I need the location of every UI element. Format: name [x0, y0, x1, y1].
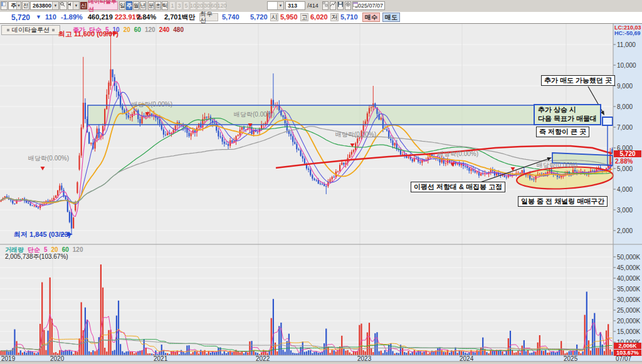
trendline-tool-icon[interactable] — [330, 1, 336, 10]
svg-text:10,000: 10,000 — [617, 62, 636, 69]
minute-5-button[interactable]: 5 — [183, 1, 189, 10]
svg-text:11,000: 11,000 — [617, 41, 636, 48]
minute-20-button[interactable]: 20 — [197, 1, 203, 10]
svg-text:8,000: 8,000 — [617, 103, 633, 110]
svg-text:10,000K: 10,000K — [617, 339, 641, 346]
date-axis-strip — [0, 355, 642, 361]
svg-text:35,000K: 35,000K — [617, 286, 641, 293]
chart-canvas[interactable]: 11,00010,0009,0008,0007,0006,0005,0004,0… — [0, 0, 642, 364]
high-label: 고 — [300, 13, 308, 21]
best-quote-label: 최우선 — [199, 13, 218, 21]
price-change: 110 — [45, 13, 56, 21]
svg-text:2,000: 2,000 — [617, 227, 633, 234]
jeon-button[interactable]: 전 — [22, 1, 29, 10]
main-toolbar: 주▼ 전 263800▼ ▼ 신 데이타솔루션 일 주 월 년 분 초 틱 1 … — [0, 0, 642, 13]
period-tick-button[interactable]: 틱 — [162, 1, 168, 10]
candle-count-input[interactable]: 313 — [285, 1, 305, 10]
period-week-button[interactable]: 주 — [126, 1, 132, 10]
chart-type-combo[interactable]: 주▼ — [8, 1, 21, 10]
gear-icon[interactable] — [345, 1, 351, 10]
stock-chart-window: 주▼ 전 263800▼ ▼ 신 데이타솔루션 일 주 월 년 분 초 틱 1 … — [0, 0, 642, 364]
svg-text:5,000: 5,000 — [617, 165, 633, 172]
high-price: 6,020 — [310, 13, 328, 21]
svg-text:07/07: 07/07 — [616, 355, 631, 362]
minute-120-button[interactable]: 120 — [218, 1, 226, 10]
svg-text:6,000: 6,000 — [617, 145, 633, 152]
svg-text:30,000K: 30,000K — [617, 296, 641, 303]
svg-text:3,000: 3,000 — [617, 207, 633, 214]
quote-bar: 5,720 ▼ 110 -1.89% 460,219 223.91% 2.84%… — [0, 12, 642, 24]
date-input[interactable]: 2025/07/07 — [352, 1, 385, 10]
bottom-strip — [0, 361, 642, 364]
target-price-square — [603, 117, 613, 125]
svg-text:2023: 2023 — [357, 355, 372, 362]
preset-combo[interactable]: ▼ — [267, 1, 284, 10]
minute-3-button[interactable]: 3 — [176, 1, 182, 10]
down-arrow-icon: ▼ — [36, 13, 41, 21]
svg-text:40,000K: 40,000K — [617, 275, 641, 282]
search-icon[interactable] — [60, 1, 67, 10]
open-price: 5,950 — [280, 13, 298, 21]
svg-text:45,000K: 45,000K — [617, 264, 641, 271]
new-badge: 신 — [80, 2, 87, 9]
buy-button[interactable]: 매수 — [362, 13, 380, 22]
supply-band-zone — [88, 105, 601, 125]
sound-alert-icon[interactable]: ▼ — [68, 1, 80, 10]
best-ask: 5,740 — [222, 13, 239, 21]
candle-total-label: /414 — [306, 1, 320, 10]
chevron-down-icon: ▼ — [52, 2, 58, 9]
turnover-rate: 2.84% — [137, 13, 156, 21]
save-icon[interactable] — [337, 1, 344, 10]
svg-text:9,000: 9,000 — [617, 83, 633, 90]
minute-1-button[interactable]: 1 — [169, 1, 176, 10]
trade-amount: 2,701백만 — [164, 13, 196, 21]
svg-text:2021: 2021 — [154, 355, 168, 362]
stock-code-input[interactable]: 263800▼ — [30, 1, 59, 10]
compare-chart-icon[interactable] — [322, 1, 329, 10]
svg-text:2019: 2019 — [1, 355, 16, 362]
chevron-down-icon: ▼ — [16, 2, 21, 9]
svg-text:2020: 2020 — [50, 355, 65, 362]
svg-text:2024: 2024 — [460, 355, 474, 362]
svg-text:2022: 2022 — [256, 355, 270, 362]
price-change-pct: -1.89% — [61, 13, 83, 21]
stock-name: 데이타솔루션 — [88, 1, 118, 10]
low-price: 5,710 — [340, 13, 358, 21]
period-year-button[interactable]: 년 — [140, 1, 146, 10]
svg-text:50,000K: 50,000K — [617, 254, 641, 261]
volume-today: 460,219 — [88, 13, 113, 21]
low-label: 저 — [330, 13, 339, 21]
svg-text:7,000: 7,000 — [617, 124, 633, 131]
svg-text:20,000K: 20,000K — [617, 318, 641, 325]
sell-button[interactable]: 매도 — [382, 13, 400, 22]
svg-text:4,000: 4,000 — [617, 186, 633, 193]
chevron-down-icon: ▼ — [277, 2, 283, 9]
svg-text:15,000K: 15,000K — [617, 328, 641, 335]
svg-text:2025: 2025 — [564, 355, 578, 362]
period-minute-button[interactable]: 분 — [148, 1, 154, 10]
period-second-button[interactable]: 초 — [155, 1, 161, 10]
period-month-button[interactable]: 월 — [133, 1, 139, 10]
period-day-button[interactable]: 일 — [119, 1, 125, 10]
svg-text:25,000K: 25,000K — [617, 307, 641, 314]
window-menu-icon[interactable] — [1, 1, 8, 10]
open-label: 시 — [270, 13, 278, 21]
minute-10-button[interactable]: 10 — [190, 1, 196, 10]
minute-30-button[interactable]: 30 — [204, 1, 210, 10]
best-bid: 5,720 — [250, 13, 268, 21]
current-price: 5,720 — [11, 13, 30, 21]
minute-60-button[interactable]: 60 — [211, 1, 217, 10]
